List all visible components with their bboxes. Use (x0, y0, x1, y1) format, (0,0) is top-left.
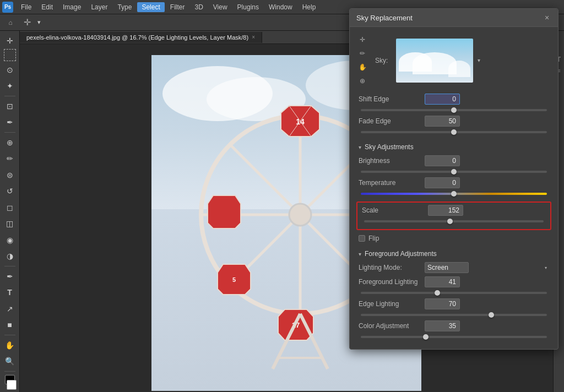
foreground-lighting-track[interactable] (361, 292, 547, 294)
menu-file[interactable]: File (17, 2, 36, 12)
shift-edge-label: Shift Edge (359, 95, 425, 103)
tool-text[interactable]: T (2, 285, 18, 300)
foreground-lighting-row: Foreground Lighting (356, 276, 551, 287)
temperature-track[interactable] (361, 193, 547, 195)
sky-adjustments-header[interactable]: ▾ Sky Adjustments (359, 143, 549, 151)
tool-path-selection[interactable]: ↗ (2, 301, 18, 316)
separator-4 (4, 335, 15, 335)
tool-dodge[interactable]: ◑ (2, 248, 18, 263)
menu-layer[interactable]: Layer (86, 2, 112, 12)
tool-heal[interactable]: ⊕ (2, 135, 18, 150)
shift-edge-slider-row (356, 108, 551, 116)
dialog-close-button[interactable]: × (543, 13, 551, 22)
brightness-input[interactable] (425, 155, 460, 166)
menu-window[interactable]: Window (264, 2, 297, 12)
menu-3d[interactable]: 3D (190, 2, 207, 12)
menu-type[interactable]: Type (113, 2, 136, 12)
tool-blur[interactable]: ◉ (2, 232, 18, 247)
flip-row: Flip (356, 232, 551, 244)
tool-eyedropper[interactable]: ✒ (2, 115, 18, 130)
home-icon[interactable]: ⌂ (4, 17, 17, 29)
brightness-label: Brightness (359, 157, 425, 165)
fade-edge-thumb[interactable] (451, 129, 457, 135)
left-toolbar: ✛ ⊙ ✦ ⊡ ✒ ⊕ ✏ ⊜ ↺ ◻ ◫ ◉ ◑ ✒ T ↗ ■ ✋ 🔍 (0, 31, 20, 392)
scale-track[interactable] (364, 220, 544, 222)
shift-edge-row: Shift Edge (356, 94, 551, 105)
tool-crop[interactable]: ⊡ (2, 99, 18, 113)
dialog-tool-brush[interactable]: ✏ (356, 47, 368, 59)
temperature-slider-row (356, 192, 551, 199)
shift-edge-input[interactable] (425, 94, 460, 105)
svg-text:5: 5 (232, 276, 236, 283)
sky-replacement-dialog: Sky Replacement × ✛ ✏ ✋ ⊕ Sky: ▾ (349, 8, 558, 350)
scale-slider-row (360, 219, 548, 227)
lighting-mode-select-wrapper: Screen Multiply Luminosity ▾ (425, 262, 549, 273)
menu-filter[interactable]: Filter (166, 2, 189, 12)
tool-lasso[interactable]: ⊙ (2, 62, 18, 77)
brightness-row: Brightness (356, 155, 551, 166)
lighting-mode-label: Lighting Mode: (359, 264, 425, 271)
tool-options-dropdown[interactable]: ▾ (37, 19, 41, 26)
dialog-title: Sky Replacement (356, 14, 413, 22)
menu-view[interactable]: View (209, 2, 232, 12)
dialog-body: ✛ ✏ ✋ ⊕ Sky: ▾ Shift Edge (350, 27, 558, 349)
tab-filename: pexels-elina-volkova-18403914.jpg @ 16.7… (26, 34, 248, 41)
color-adjustment-thumb[interactable] (423, 334, 429, 340)
color-adjustment-label: Color Adjustment (359, 322, 425, 330)
edge-lighting-input[interactable] (425, 298, 460, 309)
temperature-input[interactable] (425, 177, 460, 188)
tool-clone[interactable]: ⊜ (2, 167, 18, 182)
foreground-lighting-thumb[interactable] (435, 290, 440, 296)
edge-lighting-thumb[interactable] (489, 312, 494, 318)
sky-adjustments-arrow: ▾ (359, 144, 361, 150)
color-adjustment-input[interactable] (425, 320, 460, 331)
tool-marquee-rect[interactable] (4, 49, 16, 61)
menu-edit[interactable]: Edit (37, 2, 57, 12)
shift-edge-thumb[interactable] (451, 107, 457, 113)
scale-thumb[interactable] (447, 219, 453, 224)
tool-history-brush[interactable]: ↺ (2, 183, 18, 198)
edge-lighting-label: Edge Lighting (359, 300, 425, 308)
flip-checkbox[interactable] (359, 235, 365, 242)
temperature-thumb[interactable] (451, 191, 457, 197)
app-logo: Ps (2, 2, 13, 13)
scale-input[interactable] (428, 205, 463, 216)
document-tab[interactable]: pexels-elina-volkova-18403914.jpg @ 16.7… (20, 32, 262, 43)
dialog-tool-zoom[interactable]: ⊕ (356, 75, 368, 87)
tool-zoom[interactable]: 🔍 (2, 353, 18, 368)
background-color[interactable] (7, 380, 17, 390)
edge-lighting-track[interactable] (361, 314, 547, 316)
tab-close-button[interactable]: × (252, 34, 255, 40)
color-adjustment-track[interactable] (361, 336, 547, 338)
move-tool-icon[interactable]: ✛ (21, 17, 33, 29)
brightness-thumb[interactable] (451, 169, 457, 175)
dialog-tool-hand[interactable]: ✋ (356, 61, 368, 73)
shift-edge-track[interactable] (361, 109, 547, 111)
fade-edge-track[interactable] (361, 131, 547, 133)
tool-shape[interactable]: ■ (2, 317, 18, 332)
sky-preview-thumbnail[interactable] (396, 39, 473, 83)
dialog-tool-move[interactable]: ✛ (356, 34, 368, 46)
foreground-lighting-input[interactable] (425, 276, 460, 287)
svg-marker-12 (208, 195, 241, 228)
tool-eraser[interactable]: ◻ (2, 200, 18, 215)
scale-section: Scale (356, 202, 551, 230)
tool-hand[interactable]: ✋ (2, 337, 18, 352)
lighting-mode-select[interactable]: Screen Multiply Luminosity (425, 262, 469, 273)
foreground-adjustments-header[interactable]: ▾ Foreground Adjustments (359, 250, 549, 258)
sky-dropdown-arrow[interactable]: ▾ (478, 57, 480, 63)
svg-text:14: 14 (296, 117, 305, 126)
fade-edge-input[interactable] (425, 116, 460, 127)
menu-select[interactable]: Select (137, 2, 164, 12)
brightness-track[interactable] (361, 171, 547, 173)
tool-move[interactable]: ✛ (2, 33, 18, 48)
menu-plugins[interactable]: Plugins (233, 2, 263, 12)
menu-help[interactable]: Help (298, 2, 321, 12)
fade-edge-slider-row (356, 130, 551, 138)
tool-brush[interactable]: ✏ (2, 151, 18, 166)
tool-magic-wand[interactable]: ✦ (2, 79, 18, 94)
menu-image[interactable]: Image (58, 2, 85, 12)
tool-gradient[interactable]: ◫ (2, 216, 18, 231)
tool-pen[interactable]: ✒ (2, 269, 18, 284)
brightness-slider-row (356, 170, 551, 177)
